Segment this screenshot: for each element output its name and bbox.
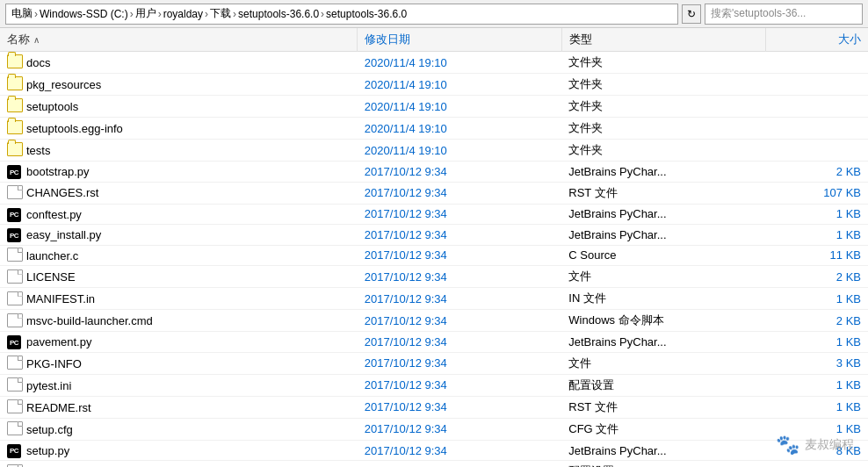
breadcrumb-item[interactable]: setuptools-36.6.0 — [326, 8, 407, 20]
file-name-text: pavement.py — [26, 335, 91, 348]
file-size-cell: 2 KB — [766, 162, 868, 183]
col-header-name[interactable]: 名称 ∧ — [0, 28, 358, 52]
file-name-cell: pkg_resources — [0, 74, 358, 96]
file-name-cell: PCconftest.py — [0, 204, 358, 225]
file-type-cell: 配置设置 — [561, 374, 765, 396]
file-name-text: setup.cfg — [26, 423, 73, 436]
table-row[interactable]: tests2020/11/4 19:10文件夹 — [0, 140, 868, 162]
file-type-cell: 文件夹 — [561, 140, 765, 162]
file-name-cell: setuptools.egg-info — [0, 118, 358, 140]
file-type-cell: JetBrains PyChar... — [561, 162, 765, 183]
table-row[interactable]: PCconftest.py2017/10/12 9:34JetBrains Py… — [0, 204, 868, 225]
table-row[interactable]: MANIFEST.in2017/10/12 9:34IN 文件1 KB — [0, 288, 868, 310]
breadcrumb-item[interactable]: royalday — [163, 8, 203, 20]
file-name-text: MANIFEST.in — [26, 292, 95, 305]
table-row[interactable]: PCbootstrap.py2017/10/12 9:34JetBrains P… — [0, 162, 868, 183]
folder-icon — [7, 142, 23, 156]
file-type-cell: 文件夹 — [561, 74, 765, 96]
file-icon — [7, 185, 23, 199]
breadcrumb-item[interactable]: setuptools-36.6.0 — [238, 8, 319, 20]
table-row[interactable]: tox.ini2017/10/12 9:34配置设置1 KB — [0, 461, 868, 467]
file-type-cell: JetBrains PyChar... — [561, 440, 765, 461]
table-row[interactable]: PKG-INFO2017/10/12 9:34文件3 KB — [0, 352, 868, 374]
table-row[interactable]: CHANGES.rst2017/10/12 9:34RST 文件107 KB — [0, 182, 868, 204]
file-name-cell: PCpavement.py — [0, 332, 358, 353]
file-name-cell: docs — [0, 52, 358, 74]
file-size-cell — [766, 74, 868, 96]
search-box[interactable]: 搜索'setuptools-36... — [705, 4, 863, 25]
file-size-cell: 107 KB — [766, 182, 868, 204]
file-name-cell: PCbootstrap.py — [0, 162, 358, 183]
pycharm-icon: PC — [7, 334, 23, 348]
file-type-cell: Windows 命令脚本 — [561, 310, 765, 332]
breadcrumb-item[interactable]: 下载 — [210, 6, 231, 21]
breadcrumb-separator: › — [321, 8, 324, 20]
file-name-cell: PCeasy_install.py — [0, 225, 358, 246]
breadcrumb-item[interactable]: 用户 — [135, 6, 156, 21]
file-date-cell: 2017/10/12 9:34 — [358, 204, 561, 225]
file-name-cell: PKG-INFO — [0, 352, 358, 374]
file-size-cell: 2 KB — [766, 310, 868, 332]
file-size-cell: 1 KB — [766, 225, 868, 246]
table-row[interactable]: PCeasy_install.py2017/10/12 9:34JetBrain… — [0, 225, 868, 246]
table-row[interactable]: pytest.ini2017/10/12 9:34配置设置1 KB — [0, 374, 868, 396]
file-size-cell — [766, 96, 868, 118]
file-name-text: setup.py — [26, 444, 69, 457]
file-name-cell: PCsetup.py — [0, 440, 358, 461]
table-row[interactable]: msvc-build-launcher.cmd2017/10/12 9:34Wi… — [0, 310, 868, 332]
table-row[interactable]: setup.cfg2017/10/12 9:34CFG 文件1 KB — [0, 418, 868, 440]
breadcrumb-item[interactable]: 电脑 — [11, 6, 33, 21]
file-icon — [7, 291, 23, 305]
table-row[interactable]: launcher.c2017/10/12 9:34C Source11 KB — [0, 245, 868, 266]
file-type-cell: JetBrains PyChar... — [561, 225, 765, 246]
file-name-text: easy_install.py — [26, 228, 101, 241]
breadcrumb[interactable]: 电脑 › Windows-SSD (C:) › 用户 › royalday › … — [5, 4, 678, 25]
file-name-text: msvc-build-launcher.cmd — [26, 314, 153, 327]
file-date-cell: 2017/10/12 9:34 — [358, 162, 561, 183]
file-name-text: pytest.ini — [26, 379, 71, 392]
file-type-cell: JetBrains PyChar... — [561, 204, 765, 225]
file-date-cell: 2017/10/12 9:34 — [358, 266, 561, 288]
file-size-cell: 1 KB — [766, 288, 868, 310]
watermark-icon: 🐾 — [776, 434, 799, 456]
file-name-text: bootstrap.py — [26, 165, 90, 178]
pycharm-icon: PC — [7, 442, 23, 456]
breadcrumb-item[interactable]: Windows-SSD (C:) — [40, 8, 128, 20]
file-date-cell: 2017/10/12 9:34 — [358, 396, 561, 418]
file-name-text: LICENSE — [26, 270, 76, 284]
pycharm-icon: PC — [7, 227, 23, 241]
table-row[interactable]: setuptools.egg-info2020/11/4 19:10文件夹 — [0, 118, 868, 140]
table-row[interactable]: docs2020/11/4 19:10文件夹 — [0, 52, 868, 74]
file-name-text: CHANGES.rst — [26, 186, 98, 199]
breadcrumb-separator: › — [158, 8, 162, 20]
file-name-text: docs — [26, 56, 50, 69]
table-row[interactable]: PCsetup.py2017/10/12 9:34JetBrains PyCha… — [0, 440, 868, 461]
file-date-cell: 2017/10/12 9:34 — [358, 245, 561, 266]
table-row[interactable]: setuptools2020/11/4 19:10文件夹 — [0, 96, 868, 118]
table-row[interactable]: pkg_resources2020/11/4 19:10文件夹 — [0, 74, 868, 96]
table-row[interactable]: README.rst2017/10/12 9:34RST 文件1 KB — [0, 396, 868, 418]
breadcrumb-separator: › — [34, 8, 38, 20]
file-name-text: README.rst — [26, 401, 91, 414]
file-type-cell: CFG 文件 — [561, 418, 765, 440]
breadcrumb-separator: › — [233, 8, 236, 20]
file-name-text: launcher.c — [26, 249, 78, 262]
file-date-cell: 2017/10/12 9:34 — [358, 418, 561, 440]
col-header-type[interactable]: 类型 — [561, 28, 765, 52]
table-row[interactable]: PCpavement.py2017/10/12 9:34JetBrains Py… — [0, 332, 868, 353]
address-bar: 电脑 › Windows-SSD (C:) › 用户 › royalday › … — [0, 0, 868, 28]
file-type-cell: JetBrains PyChar... — [561, 332, 765, 353]
watermark-text: 麦叔编程 — [805, 437, 854, 453]
file-date-cell: 2020/11/4 19:10 — [358, 96, 561, 118]
file-name-cell: setuptools — [0, 96, 358, 118]
refresh-button[interactable]: ↻ — [682, 4, 701, 24]
table-row[interactable]: LICENSE2017/10/12 9:34文件2 KB — [0, 266, 868, 288]
file-name-cell: MANIFEST.in — [0, 288, 358, 310]
file-date-cell: 2020/11/4 19:10 — [358, 118, 561, 140]
file-size-cell: 1 KB — [766, 204, 868, 225]
file-date-cell: 2017/10/12 9:34 — [358, 288, 561, 310]
file-size-cell — [766, 118, 868, 140]
folder-icon — [7, 76, 23, 90]
col-header-date[interactable]: 修改日期 — [358, 28, 561, 52]
col-header-size[interactable]: 大小 — [766, 28, 868, 52]
